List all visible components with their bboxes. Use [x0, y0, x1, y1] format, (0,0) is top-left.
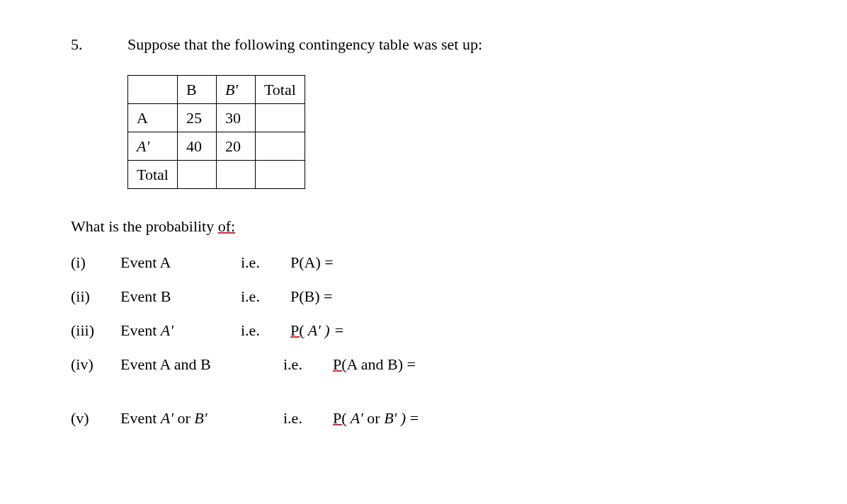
q-ie: i.e. — [241, 253, 290, 272]
q-num: (i) — [71, 253, 120, 272]
cell-A-total — [255, 104, 305, 132]
intro-of: of: — [218, 217, 235, 235]
prob-italic: B' ) — [384, 409, 406, 427]
question-intro: What is the probability of: — [71, 217, 776, 236]
event-italic: B' — [194, 409, 207, 427]
question-ii: (ii) Event B i.e. P(B) = — [71, 287, 776, 306]
q-num: (v) — [71, 409, 120, 428]
q-num: (ii) — [71, 287, 120, 306]
header-total: Total — [255, 76, 305, 104]
table-header-row: B B' Total — [128, 76, 305, 104]
event-prefix: Event — [120, 321, 161, 339]
question-i: (i) Event A i.e. P(A) = — [71, 253, 776, 272]
question-v: (v) Event A' or B' i.e. P( A' or B' ) = — [71, 409, 776, 428]
table-row: Total — [128, 161, 305, 189]
q-event: Event A — [120, 253, 241, 272]
q-event: Event A' — [120, 321, 241, 340]
table-row: A 25 30 — [128, 104, 305, 132]
q-prob: P( A' or B' ) = — [333, 409, 419, 428]
cell-Aprime-B: 40 — [177, 132, 216, 161]
cell-total-Bprime — [216, 161, 255, 189]
header-Bprime: B' — [216, 76, 255, 104]
row-A-label: A — [128, 104, 178, 132]
question-iv: (iv) Event A and B i.e. P(A and B) = — [71, 355, 776, 374]
q-ie: i.e. — [241, 287, 290, 306]
q-prob: P(A and B) = — [333, 355, 416, 374]
q-ie: i.e. — [283, 355, 333, 374]
prob-italic: A' — [347, 409, 363, 427]
q-ie: i.e. — [241, 321, 290, 340]
q-num: (iv) — [71, 355, 120, 374]
q-event: Event A and B — [120, 355, 283, 374]
prob-eq: = — [406, 409, 419, 427]
table-row: A' 40 20 — [128, 132, 305, 161]
q-event: Event B — [120, 287, 241, 306]
p-underline: P( — [333, 409, 347, 427]
event-mid: or — [174, 409, 194, 427]
q-event: Event A' or B' — [120, 409, 283, 428]
intro-text: What is the probability — [71, 217, 218, 235]
cell-A-Bprime: 30 — [216, 104, 255, 132]
event-italic: A' — [161, 321, 174, 339]
contingency-table: B B' Total A 25 30 A' 40 20 Total — [127, 75, 305, 189]
cell-Aprime-total — [255, 132, 305, 161]
prob-rest: A' ) = — [305, 321, 344, 339]
row-Aprime-label: A' — [128, 132, 178, 161]
prob-rest: A and B) = — [347, 355, 416, 373]
header-B: B — [177, 76, 216, 104]
question-iii: (iii) Event A' i.e. P( A' ) = — [71, 321, 776, 340]
header-blank — [128, 76, 178, 104]
event-prefix: Event — [120, 409, 161, 427]
q-prob: P(B) = — [290, 287, 332, 306]
q-num: (iii) — [71, 321, 120, 340]
cell-total-B — [177, 161, 216, 189]
problem-number: 5. — [71, 35, 127, 54]
prob-mid: or — [363, 409, 384, 427]
cell-total-total — [255, 161, 305, 189]
q-prob: P(A) = — [290, 253, 334, 272]
row-total-label: Total — [128, 161, 178, 189]
problem-statement: Suppose that the following contingency t… — [127, 35, 776, 54]
q-ie: i.e. — [283, 409, 333, 428]
cell-A-B: 25 — [177, 104, 216, 132]
p-underline: P( — [290, 321, 305, 339]
cell-Aprime-Bprime: 20 — [216, 132, 255, 161]
p-underline: P( — [333, 355, 347, 373]
q-prob: P( A' ) = — [290, 321, 344, 340]
event-italic: A' — [161, 409, 174, 427]
